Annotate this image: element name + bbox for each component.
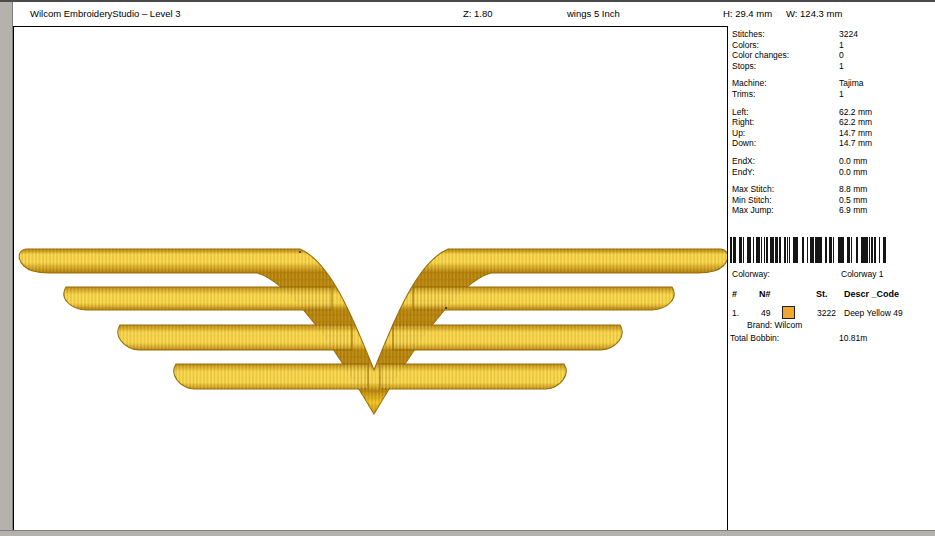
- total-bobbin-value: 10.81m: [839, 333, 867, 343]
- title-bar: Wilcom EmbroideryStudio – Level 3 Z: 1.8…: [13, 2, 935, 27]
- colorway-row: Colorway: Colorway 1: [728, 269, 935, 280]
- stat-value: 62.2 mm: [839, 107, 872, 117]
- stats-group-endpoint: EndX: 0.0 mm EndY: 0.0 mm: [728, 156, 935, 177]
- stat-value: 0.0 mm: [839, 156, 867, 166]
- stat-label: Trims:: [732, 89, 755, 99]
- stat-row: Max Jump: 6.9 mm: [728, 205, 935, 216]
- stat-row: Down: 14.7 mm: [728, 138, 935, 149]
- stat-value: 14.7 mm: [839, 128, 872, 138]
- thread-stitch-count: 3222: [817, 308, 836, 318]
- col-header-stitches: St.: [816, 289, 828, 299]
- stat-row: Min Stitch: 0.5 mm: [728, 195, 935, 206]
- thread-number: 1.: [732, 308, 739, 318]
- stat-label: Color changes:: [732, 50, 789, 60]
- stat-value: 6.9 mm: [839, 205, 867, 215]
- stats-group-machine: Machine: Tajima Trims: 1: [728, 78, 935, 99]
- status-zoom-level: Z: 1.80: [463, 8, 493, 19]
- thread-table-header: # N# St. Descr _Code: [728, 289, 935, 300]
- stats-group-stitch-limits: Max Stitch: 8.8 mm Min Stitch: 0.5 mm Ma…: [728, 184, 935, 216]
- stat-value: Tajima: [839, 78, 864, 88]
- stat-label: Right:: [732, 117, 754, 127]
- stray-stitch-dot: [299, 251, 301, 253]
- stat-row: Stitches: 3224: [728, 29, 935, 40]
- stray-stitch-dot: [445, 307, 447, 309]
- stat-row: Colors: 1: [728, 40, 935, 51]
- stat-label: Max Jump:: [732, 205, 774, 215]
- bottom-gutter: [0, 530, 935, 536]
- wings-embroidery-design[interactable]: [14, 27, 727, 530]
- stat-value: 14.7 mm: [839, 138, 872, 148]
- stat-label: Stitches:: [732, 29, 765, 39]
- stat-value: 1: [839, 61, 844, 71]
- stat-row: Right: 62.2 mm: [728, 117, 935, 128]
- thread-color-swatch: [782, 306, 795, 319]
- col-header-number: #: [732, 289, 737, 299]
- col-header-needle: N#: [759, 289, 771, 299]
- stat-label: Min Stitch:: [732, 195, 772, 205]
- stat-row: Stops: 1: [728, 61, 935, 72]
- stats-group-extents: Left: 62.2 mm Right: 62.2 mm Up: 14.7 mm…: [728, 107, 935, 149]
- stat-row: Color changes: 0: [728, 50, 935, 61]
- window-title: Wilcom EmbroideryStudio – Level 3: [30, 8, 180, 19]
- status-design-width: W: 124.3 mm: [786, 8, 842, 19]
- stat-row: EndY: 0.0 mm: [728, 167, 935, 178]
- wings-stitch-texture: [19, 249, 727, 414]
- thread-brand: Brand: Wilcom: [747, 320, 802, 330]
- stat-value: 62.2 mm: [839, 117, 872, 127]
- thread-needle: 49: [761, 308, 770, 318]
- status-design-name: wings 5 Inch: [567, 8, 620, 19]
- stat-label: Up:: [732, 128, 745, 138]
- stat-value: 0: [839, 50, 844, 60]
- stat-label: EndX:: [732, 156, 755, 166]
- stat-row: Machine: Tajima: [728, 78, 935, 89]
- total-bobbin-row: Total Bobbin: 10.81m: [728, 333, 935, 344]
- stat-label: Max Stitch:: [732, 184, 774, 194]
- stat-value: 3224: [839, 29, 858, 39]
- colorway-label: Colorway:: [732, 269, 770, 279]
- stat-row: Left: 62.2 mm: [728, 107, 935, 118]
- design-canvas[interactable]: [14, 27, 727, 530]
- design-barcode: [730, 237, 886, 263]
- stat-row: Max Stitch: 8.8 mm: [728, 184, 935, 195]
- col-header-description: Descr _Code: [844, 289, 899, 299]
- stat-row: EndX: 0.0 mm: [728, 156, 935, 167]
- stat-row: Up: 14.7 mm: [728, 128, 935, 139]
- stat-label: Down:: [732, 138, 756, 148]
- left-gutter: [0, 2, 13, 536]
- stat-value: 1: [839, 89, 844, 99]
- stat-row: Trims: 1: [728, 89, 935, 100]
- thread-row: 1. 49 3222 Deep Yellow 49: [728, 308, 935, 319]
- status-design-height: H: 29.4 mm: [723, 8, 772, 19]
- total-bobbin-label: Total Bobbin:: [730, 333, 779, 343]
- stat-label: Stops:: [732, 61, 756, 71]
- thread-description: Deep Yellow 49: [844, 308, 903, 318]
- stat-value: 0.5 mm: [839, 195, 867, 205]
- stat-value: 8.8 mm: [839, 184, 867, 194]
- stat-label: Left:: [732, 107, 749, 117]
- stat-label: Machine:: [732, 78, 767, 88]
- stat-value: 0.0 mm: [839, 167, 867, 177]
- design-info-panel: Stitches: 3224 Colors: 1 Color changes: …: [727, 26, 935, 530]
- colorway-value: Colorway 1: [841, 269, 884, 279]
- stat-label: EndY:: [732, 167, 755, 177]
- stat-value: 1: [839, 40, 844, 50]
- stat-label: Colors:: [732, 40, 759, 50]
- stats-group-counts: Stitches: 3224 Colors: 1 Color changes: …: [728, 29, 935, 71]
